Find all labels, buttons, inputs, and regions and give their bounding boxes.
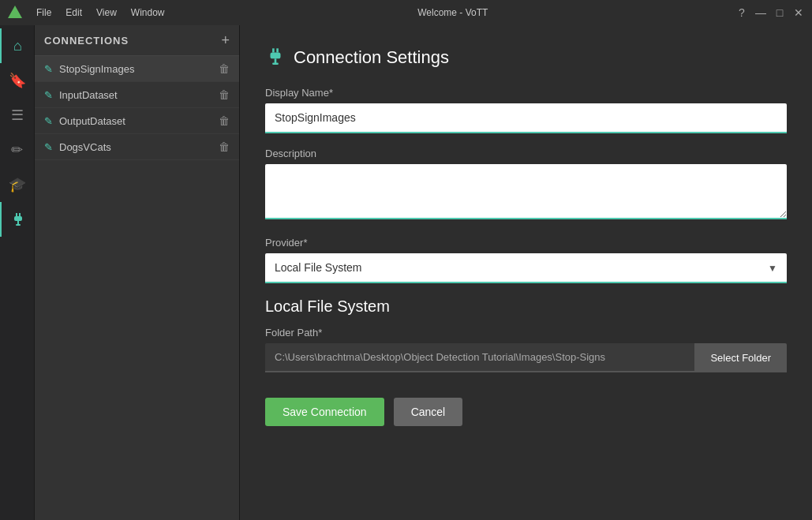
sidebar-item-home[interactable]: ⌂ — [0, 28, 35, 63]
description-group: Description — [265, 148, 787, 223]
folder-path-group: Folder Path* Select Folder — [265, 327, 787, 372]
folder-path-label: Folder Path* — [265, 327, 787, 339]
edit-icon-dogs: ✎ — [44, 141, 53, 153]
window-controls: ? — □ ✕ — [735, 6, 806, 20]
svg-rect-8 — [271, 53, 281, 59]
menu-window[interactable]: Window — [125, 4, 171, 21]
select-folder-button[interactable]: Select Folder — [694, 343, 787, 372]
connections-title: CONNECTIONS — [44, 35, 129, 47]
provider-group: Provider* Local File System Azure Blob S… — [265, 237, 787, 283]
menu-edit[interactable]: Edit — [59, 4, 88, 21]
delete-icon-input[interactable]: 🗑 — [219, 88, 230, 101]
sidebar-item-list[interactable]: ☰ — [0, 98, 35, 133]
sidebar-item-connections[interactable] — [0, 202, 35, 237]
connection-name-dogs: DogsVCats — [59, 141, 219, 153]
description-textarea[interactable] — [265, 164, 787, 219]
delete-icon-stopsign[interactable]: 🗑 — [219, 62, 230, 75]
svg-rect-5 — [16, 224, 21, 226]
svg-rect-6 — [272, 48, 275, 52]
graduation-icon: 🎓 — [9, 176, 26, 193]
connections-header: CONNECTIONS + — [35, 25, 239, 56]
icon-sidebar: ⌂ 🔖 ☰ ✏ 🎓 — [0, 25, 35, 520]
svg-rect-1 — [16, 213, 17, 216]
window-title: Welcome - VoTT — [171, 7, 735, 18]
add-connection-button[interactable]: + — [221, 33, 230, 47]
delete-icon-dogs[interactable]: 🗑 — [219, 140, 230, 153]
svg-marker-0 — [8, 6, 22, 18]
maximize-button[interactable]: □ — [773, 6, 787, 20]
subsection-title: Local File System — [265, 297, 787, 316]
connection-item-stopsignimages[interactable]: ✎ StopSignImages 🗑 — [35, 56, 239, 82]
main-content: Connection Settings Display Name* Descri… — [240, 25, 812, 520]
app-body: ⌂ 🔖 ☰ ✏ 🎓 CONNECTIONS + — [0, 25, 812, 520]
page-title: Connection Settings — [294, 47, 449, 68]
title-bar: File Edit View Window Welcome - VoTT ? —… — [0, 0, 812, 25]
description-label: Description — [265, 148, 787, 159]
connection-name-output: OutputDataset — [59, 115, 219, 127]
provider-select[interactable]: Local File System Azure Blob Storage Bin… — [265, 253, 787, 283]
delete-icon-output[interactable]: 🗑 — [219, 114, 230, 127]
home-icon: ⌂ — [13, 38, 22, 54]
edit-icon-stopsign: ✎ — [44, 63, 53, 75]
provider-select-wrapper: Local File System Azure Blob Storage Bin… — [265, 253, 787, 283]
connection-name-stopsign: StopSignImages — [59, 63, 219, 75]
minimize-button[interactable]: — — [754, 6, 768, 20]
folder-path-row: Select Folder — [265, 343, 787, 372]
menu-file[interactable]: File — [30, 4, 58, 21]
svg-rect-10 — [272, 63, 279, 65]
list-icon: ☰ — [11, 107, 24, 124]
sidebar-item-bookmark[interactable]: 🔖 — [0, 63, 35, 98]
display-name-input[interactable] — [265, 103, 787, 133]
section-header: Connection Settings — [265, 47, 787, 68]
menu-view[interactable]: View — [90, 4, 123, 21]
display-name-group: Display Name* — [265, 87, 787, 133]
help-button[interactable]: ? — [735, 6, 749, 20]
folder-path-input[interactable] — [265, 343, 694, 372]
connection-item-inputdataset[interactable]: ✎ InputDataset 🗑 — [35, 82, 239, 108]
action-row: Save Connection Cancel — [265, 398, 787, 426]
provider-label: Provider* — [265, 237, 787, 249]
menu-bar: File Edit View Window — [6, 4, 171, 21]
edit-icon-output: ✎ — [44, 115, 53, 127]
sidebar-item-edit[interactable]: ✏ — [0, 133, 35, 167]
edit-icon: ✏ — [11, 141, 23, 159]
connection-item-dogsvcat[interactable]: ✎ DogsVCats 🗑 — [35, 134, 239, 160]
plug-icon-sidebar — [10, 211, 26, 227]
svg-rect-7 — [276, 48, 279, 52]
plug-icon — [265, 47, 286, 68]
cancel-button[interactable]: Cancel — [394, 398, 463, 426]
connection-name-input: InputDataset — [59, 89, 219, 101]
connections-panel: CONNECTIONS + ✎ StopSignImages 🗑 ✎ Input… — [35, 25, 240, 520]
save-connection-button[interactable]: Save Connection — [265, 398, 384, 426]
sidebar-item-graduation[interactable]: 🎓 — [0, 167, 35, 202]
close-button[interactable]: ✕ — [791, 6, 806, 20]
connection-item-outputdataset[interactable]: ✎ OutputDataset 🗑 — [35, 108, 239, 134]
app-logo — [6, 4, 24, 21]
edit-icon-input: ✎ — [44, 89, 53, 101]
bookmark-icon: 🔖 — [9, 72, 26, 89]
svg-rect-3 — [14, 216, 22, 221]
svg-rect-2 — [19, 213, 21, 216]
display-name-label: Display Name* — [265, 87, 787, 99]
